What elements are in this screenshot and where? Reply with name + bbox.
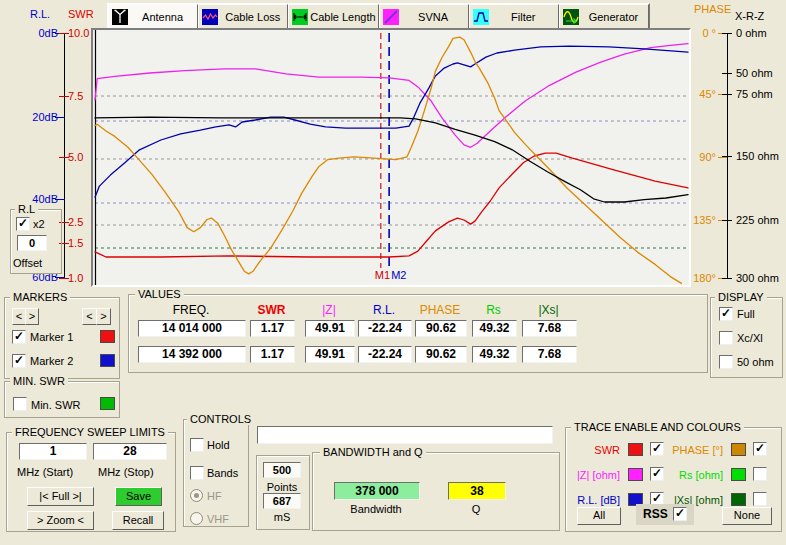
sweep-time-input[interactable]: 687 bbox=[263, 493, 301, 509]
cable-loss-icon bbox=[202, 9, 218, 25]
toolbar-button-generator[interactable]: Generator bbox=[559, 4, 649, 30]
bandwidth-label: Bandwidth bbox=[334, 503, 418, 515]
swr-tick-label: 1.0 bbox=[68, 272, 83, 284]
marker1-colour-swatch[interactable] bbox=[100, 330, 115, 343]
ohm-tick-label: 50 ohm bbox=[736, 67, 773, 79]
swr-axis-title: SWR bbox=[68, 8, 94, 20]
points-input[interactable]: 500 bbox=[263, 462, 301, 478]
save-button[interactable]: Save bbox=[115, 487, 162, 506]
rl-x2-checkbox[interactable]: ✓ bbox=[16, 217, 30, 231]
rl-tick-mark bbox=[55, 33, 65, 34]
trace-label-3: Rs [ohm] bbox=[633, 469, 723, 481]
sweep-limits-group-title: FREQUENCY SWEEP LIMITS bbox=[12, 426, 168, 438]
phase-tick-mark bbox=[718, 33, 727, 34]
generator-icon bbox=[563, 9, 579, 25]
phase-tick-mark bbox=[718, 278, 727, 279]
rss-checkbox[interactable]: ✓ bbox=[673, 507, 687, 521]
chart-canvas bbox=[93, 30, 689, 285]
vhf-label: VHF bbox=[207, 513, 229, 525]
trace-enable-checkbox-1[interactable]: ✓ bbox=[753, 442, 767, 456]
none-traces-button[interactable]: None bbox=[722, 507, 772, 525]
display-full-checkbox[interactable]: ✓ bbox=[719, 307, 733, 321]
value-cell-m2-5: 49.32 bbox=[472, 346, 517, 363]
ohm-tick-mark bbox=[722, 73, 732, 74]
trace-swr bbox=[95, 153, 688, 257]
controls-group-title: CONTROLS bbox=[187, 413, 254, 425]
min-swr-colour-swatch[interactable] bbox=[100, 397, 115, 410]
swr-tick-label: 7.5 bbox=[68, 90, 83, 102]
display-group-title: DISPLAY bbox=[715, 291, 767, 303]
toolbar-button-filter[interactable]: Filter bbox=[469, 4, 559, 30]
trace-label-4: R.L. [dB] bbox=[530, 494, 620, 506]
marker2-prev-button[interactable]: < bbox=[82, 308, 97, 325]
full-span-button[interactable]: |< Full >| bbox=[27, 487, 94, 506]
display-50ohm-checkbox[interactable] bbox=[719, 355, 733, 369]
swr-tick-label: 2.5 bbox=[68, 216, 83, 228]
vhf-radio[interactable] bbox=[190, 512, 203, 525]
display-item-label: Xc/Xl bbox=[737, 332, 763, 344]
toolbar-button-cable-loss[interactable]: Cable Loss bbox=[198, 4, 288, 30]
display-item-label: Full bbox=[737, 308, 755, 320]
value-cell-m1-6: 7.68 bbox=[522, 320, 577, 337]
hf-label: HF bbox=[207, 490, 222, 502]
recall-button[interactable]: Recall bbox=[112, 511, 164, 530]
value-cell-m2-0: 14 392 000 bbox=[138, 346, 246, 363]
rl-offset-input[interactable]: 0 bbox=[17, 235, 47, 251]
value-cell-m1-4: 90.62 bbox=[415, 320, 467, 337]
phase-tick-mark bbox=[718, 157, 727, 158]
toolbar-button-label: Cable Loss bbox=[218, 11, 287, 23]
zoom-button[interactable]: > Zoom < bbox=[27, 511, 94, 530]
marker2-enable-checkbox[interactable]: ✓ bbox=[12, 354, 26, 368]
antenna-icon bbox=[112, 9, 128, 25]
marker-label-m2: M2 bbox=[391, 269, 406, 281]
toolbar-button-antenna[interactable]: Antenna bbox=[108, 4, 198, 30]
hold-checkbox[interactable] bbox=[190, 438, 204, 452]
marker2-next-button[interactable]: > bbox=[96, 308, 111, 325]
min-swr-checkbox[interactable] bbox=[13, 397, 27, 411]
values-group-title: VALUES bbox=[135, 288, 184, 300]
swr-tick-label: 5.0 bbox=[68, 151, 83, 163]
bands-checkbox[interactable] bbox=[190, 466, 204, 480]
sweep-start-input[interactable]: 1 bbox=[19, 443, 87, 460]
swr-axis-line bbox=[64, 33, 65, 278]
value-cell-m1-3: -22.24 bbox=[358, 320, 412, 337]
toolbar-button-label: Cable Length bbox=[308, 11, 377, 23]
ohm-tick-mark bbox=[722, 33, 732, 34]
swr-tick-label: 10.0 bbox=[68, 27, 89, 39]
value-cell-m2-2: 49.91 bbox=[305, 346, 355, 363]
min-swr-label: Min. SWR bbox=[31, 399, 81, 411]
bandwidth-group-title: BANDWIDTH and Q bbox=[320, 446, 426, 458]
toolbar-button-label: Antenna bbox=[128, 11, 197, 23]
all-traces-button[interactable]: All bbox=[577, 507, 621, 525]
svna-icon bbox=[383, 9, 399, 25]
marker1-prev-button[interactable]: < bbox=[12, 308, 26, 325]
rl-tick-label: 20dB bbox=[0, 111, 58, 123]
marker1-enable-checkbox[interactable]: ✓ bbox=[12, 330, 26, 344]
phase-tick-mark bbox=[718, 220, 727, 221]
trace-enable-checkbox-3[interactable] bbox=[753, 467, 767, 481]
marker1-next-button[interactable]: > bbox=[25, 308, 39, 325]
toolbar-button-label: Filter bbox=[489, 11, 558, 23]
trace-phase bbox=[95, 37, 681, 283]
trace-colour-swatch-5[interactable] bbox=[731, 493, 746, 506]
message-textbox[interactable] bbox=[257, 426, 553, 444]
markers-group-title: MARKERS bbox=[10, 291, 70, 303]
toolbar-button-cable-length[interactable]: Cable Length bbox=[288, 4, 378, 30]
marker2-colour-swatch[interactable] bbox=[100, 354, 115, 367]
sweep-stop-label: MHz (Stop) bbox=[98, 466, 154, 478]
trace-enable-checkbox-5[interactable] bbox=[753, 492, 767, 506]
hf-radio[interactable] bbox=[190, 489, 203, 502]
toolbar-button-svna[interactable]: SVNA bbox=[379, 4, 469, 30]
rl-x2-label: x2 bbox=[33, 218, 45, 230]
rss-label: RSS bbox=[643, 507, 668, 521]
value-cell-m2-1: 1.17 bbox=[250, 346, 295, 363]
sweep-stop-input[interactable]: 28 bbox=[93, 443, 167, 460]
swr-tick-mark bbox=[59, 33, 69, 34]
q-label: Q bbox=[448, 503, 504, 515]
ohm-tick-label: 0 ohm bbox=[736, 27, 767, 39]
trace-colour-swatch-1[interactable] bbox=[731, 443, 746, 456]
display-xcxl-checkbox[interactable] bbox=[719, 331, 733, 345]
trace-colour-swatch-3[interactable] bbox=[731, 468, 746, 481]
value-cell-m2-4: 90.62 bbox=[415, 346, 467, 363]
bandwidth-value: 378 000 bbox=[334, 482, 420, 500]
